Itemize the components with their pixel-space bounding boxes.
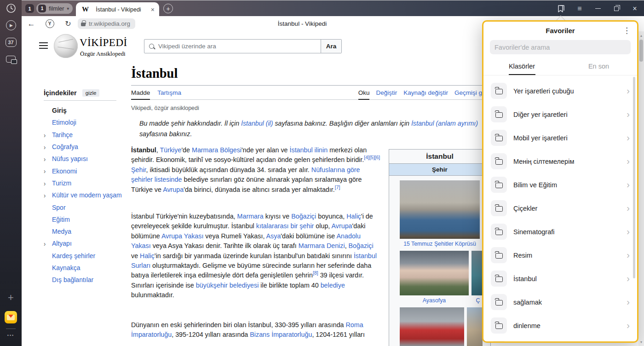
infobox-image-partial-2[interactable] xyxy=(467,307,483,346)
folder-row[interactable]: Resim › xyxy=(483,243,637,267)
chevron-right-icon[interactable]: › xyxy=(627,86,630,95)
toc-item[interactable]: › Coğrafya xyxy=(44,141,131,153)
chevron-right-icon[interactable]: › xyxy=(627,227,630,236)
chevron-right-icon[interactable]: › xyxy=(627,133,630,142)
folder-row[interactable]: Bilim ve Eğitim › xyxy=(483,173,637,196)
favorites-search-input[interactable] xyxy=(494,44,626,51)
page-scrollbar[interactable]: ▲ ▼ xyxy=(638,31,644,346)
folder-label[interactable]: Sinematografi xyxy=(513,228,627,236)
chevron-right-icon[interactable]: › xyxy=(627,203,630,213)
folder-row[interactable]: Sinematografi › xyxy=(483,220,637,243)
bookmarks-panel-icon[interactable] xyxy=(552,0,570,17)
chevron-right-icon[interactable]: › xyxy=(44,131,46,138)
article-action-tab[interactable]: Değiştir xyxy=(376,89,397,100)
yandex-mail-icon[interactable] xyxy=(5,311,17,323)
toc-item[interactable]: › Medya xyxy=(44,225,131,237)
folder-row[interactable]: sağlamak › xyxy=(483,290,637,314)
chevron-right-icon[interactable]: › xyxy=(44,143,46,151)
tab-count-badge[interactable]: 37 xyxy=(5,36,17,48)
chevron-right-icon[interactable]: › xyxy=(627,180,630,189)
folder-label[interactable]: dinlenme xyxy=(513,322,627,329)
chevron-right-icon[interactable]: › xyxy=(44,240,46,248)
article-tab[interactable]: Madde xyxy=(131,89,150,100)
chevron-right-icon[interactable]: › xyxy=(627,156,630,166)
new-tab-button[interactable]: + xyxy=(163,4,173,13)
scrollbar-thumb[interactable] xyxy=(639,40,643,62)
chevron-right-icon[interactable]: › xyxy=(627,110,630,119)
toc-item[interactable]: › Nüfus yapısı xyxy=(44,153,131,165)
folder-row[interactable]: Yer işaretleri çubuğu › xyxy=(483,79,637,103)
folder-row[interactable]: Менің сілтемелерім › xyxy=(483,150,637,173)
folder-label[interactable]: Менің сілтемелерім xyxy=(513,158,627,165)
screenshot-icon[interactable] xyxy=(5,53,17,65)
folder-row[interactable]: Mobil yer işaretleri › xyxy=(483,126,637,150)
infobox-caption-1[interactable]: 15 Temmuz Şehitler Köprüsü xyxy=(400,241,480,247)
player-icon[interactable]: ▶ xyxy=(5,19,17,31)
infobox-caption-2[interactable]: Ayasofya xyxy=(400,297,469,304)
favorites-search-box[interactable] xyxy=(490,40,631,54)
maximize-button[interactable] xyxy=(607,0,626,17)
back-button[interactable]: ← xyxy=(25,16,37,31)
toc-item[interactable]: › Kaynakça xyxy=(44,262,131,274)
collapsed-tab-group[interactable]: 1 xyxy=(25,4,34,13)
tab-folders[interactable]: Klasörler xyxy=(483,57,560,75)
toc-hide-button[interactable]: gizle xyxy=(82,89,100,97)
chevron-right-icon[interactable]: › xyxy=(627,250,630,260)
history-icon[interactable] xyxy=(5,2,17,14)
scroll-up-icon[interactable]: ▲ xyxy=(638,32,644,39)
toc-item[interactable]: › Kardeş şehirler xyxy=(44,250,131,262)
wiki-search-input[interactable] xyxy=(158,43,321,50)
infobox-image-ayasofya[interactable] xyxy=(400,251,469,295)
wiki-search-button[interactable]: Ara xyxy=(321,40,341,53)
chevron-right-icon[interactable]: › xyxy=(627,321,630,330)
yandex-button[interactable]: Y xyxy=(44,16,56,31)
folder-row[interactable]: dinlenme › xyxy=(483,314,637,337)
toc-item[interactable]: › Altyapı xyxy=(44,237,131,249)
address-bar[interactable]: tr.wikipedia.org xyxy=(78,18,135,29)
toc-item[interactable]: › Ekonomi xyxy=(44,165,131,177)
folder-label[interactable]: İstanbul xyxy=(513,275,627,283)
chevron-right-icon[interactable]: › xyxy=(44,179,46,187)
folder-row[interactable]: Çiçekler › xyxy=(483,196,637,220)
chevron-right-icon[interactable]: › xyxy=(44,191,46,199)
wikipedia-logo[interactable] xyxy=(54,34,78,58)
folder-row[interactable]: İstanbul › xyxy=(483,267,637,290)
tab-group-filmler[interactable]: 1 filmler ▾ xyxy=(36,3,73,14)
minimize-button[interactable] xyxy=(589,0,607,17)
toc-item[interactable]: › Giriş xyxy=(44,104,131,116)
article-action-tab[interactable]: Oku xyxy=(358,89,370,100)
folder-label[interactable]: Resim xyxy=(513,252,627,259)
folder-label[interactable]: Mobil yer işaretleri xyxy=(513,134,627,142)
folder-label[interactable]: sağlamak xyxy=(513,299,627,306)
infobox-image-bridge[interactable] xyxy=(400,180,480,239)
add-panel-button[interactable]: + xyxy=(5,292,17,303)
folder-row[interactable]: Diğer yer işaretleri › xyxy=(483,103,637,126)
panel-scrollbar-thumb[interactable] xyxy=(633,77,635,278)
chevron-right-icon[interactable]: › xyxy=(627,274,630,283)
chevron-right-icon[interactable]: › xyxy=(44,155,46,163)
article-action-tab[interactable]: Kaynağı değiştir xyxy=(403,89,448,100)
browser-menu-icon[interactable]: ≡ xyxy=(570,0,589,17)
reload-button[interactable]: ↻ xyxy=(62,16,74,31)
folder-label[interactable]: Çiçekler xyxy=(513,205,627,212)
sidebar-more-button[interactable]: ••• xyxy=(0,333,22,338)
wiki-menu-icon[interactable] xyxy=(39,42,48,49)
infobox-image-tram[interactable] xyxy=(400,307,464,346)
wiki-logo-title[interactable]: VİKİPEDİ xyxy=(80,37,127,49)
toc-item[interactable]: › Dış bağlantılar xyxy=(44,274,131,286)
active-tab[interactable]: W İstanbul - Vikipedi × xyxy=(76,2,159,17)
close-window-button[interactable]: × xyxy=(626,0,644,17)
toc-item[interactable]: › Spor xyxy=(44,201,131,213)
toc-item[interactable]: › Eğitim xyxy=(44,213,131,225)
chevron-right-icon[interactable]: › xyxy=(627,297,630,306)
toc-item[interactable]: › Kültür ve modern yaşam xyxy=(44,189,131,201)
folder-label[interactable]: Diğer yer işaretleri xyxy=(513,111,627,118)
scroll-down-icon[interactable]: ▼ xyxy=(638,339,644,345)
toc-item[interactable]: › Tarihçe xyxy=(44,129,131,141)
toc-item[interactable]: › Etimoloji xyxy=(44,116,131,128)
tab-recent[interactable]: En son xyxy=(560,57,637,75)
close-tab-icon[interactable]: × xyxy=(148,6,155,13)
folder-row[interactable]: › xyxy=(483,337,637,343)
toc-item[interactable]: › Turizm xyxy=(44,177,131,189)
folder-label[interactable]: Yer işaretleri çubuğu xyxy=(513,87,627,95)
